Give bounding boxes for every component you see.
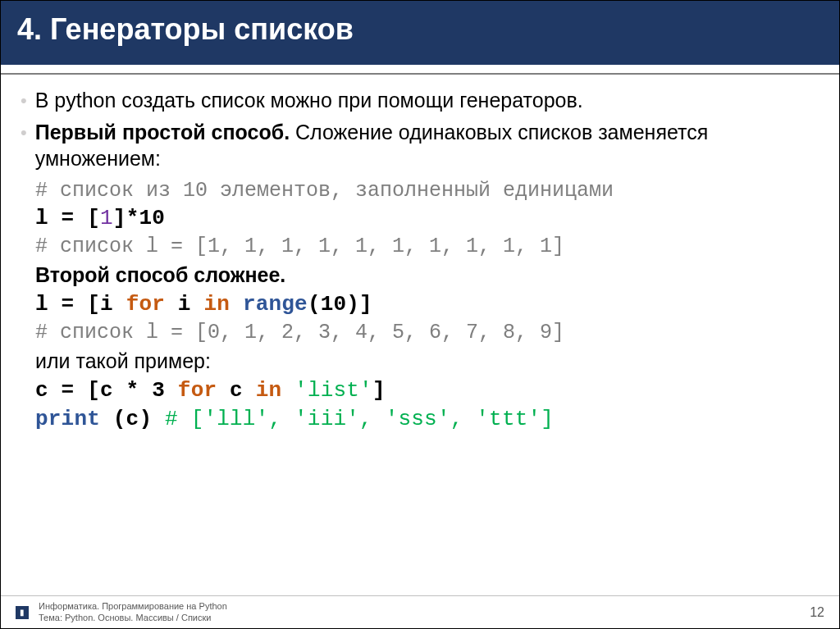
code-comment-3: # список l = [0, 1, 2, 3, 4, 5, 6, 7, 8,… — [35, 320, 819, 345]
string-literal: 'list' — [294, 378, 372, 403]
bullet-2-text: Первый простой способ. Сложение одинаков… — [35, 120, 819, 171]
or-example-text: или такой пример: — [35, 349, 819, 374]
code-frag — [230, 292, 243, 317]
bullet-icon: • — [21, 89, 27, 112]
code-frag: (c) — [100, 407, 165, 431]
keyword-in: in — [203, 292, 230, 317]
footer-line-2: Тема: Python. Основы. Массивы / Списки — [39, 613, 227, 623]
slide: 4. Генераторы списков • В python создать… — [0, 0, 840, 629]
code-frag — [281, 378, 294, 403]
code-frag: l = [i — [35, 292, 126, 317]
bullet-1-text: В python создать список можно при помощи… — [35, 88, 583, 113]
footer-line-1: Информатика. Программирование на Python — [39, 601, 227, 612]
code-line-4: print (c) # ['lll', 'iii', 'sss', 'ttt'] — [35, 406, 819, 433]
keyword-for: for — [178, 378, 217, 403]
code-frag: ] — [372, 378, 386, 403]
bullet-1: • В python создать список можно при помо… — [21, 88, 819, 113]
slide-title: 4. Генераторы списков — [17, 12, 823, 47]
keyword-in: in — [256, 378, 282, 403]
keyword-for: for — [126, 292, 165, 317]
code-frag: c = [c * 3 — [35, 378, 178, 403]
code-frag: i — [165, 292, 203, 317]
code-frag: ]*10 — [113, 206, 165, 230]
code-line-3: c = [c * 3 for c in 'list'] — [35, 377, 819, 404]
output-comment: # ['lll', 'iii', 'sss', 'ttt'] — [165, 407, 554, 431]
footer-meta: Информатика. Программирование на Python … — [39, 601, 227, 622]
bullet-2: • Первый простой способ. Сложение одинак… — [21, 120, 819, 171]
title-bar: 4. Генераторы списков — [1, 1, 839, 65]
content: • В python создать список можно при помо… — [1, 75, 839, 432]
builtin-print: print — [35, 407, 100, 431]
footer: ▮ Информатика. Программирование на Pytho… — [1, 595, 839, 628]
second-way-heading: Второй способ сложнее. — [35, 262, 819, 288]
code-frag: l = [ — [35, 206, 100, 230]
bullet-icon: • — [21, 121, 27, 144]
code-frag: (10)] — [308, 292, 372, 317]
code-comment-1: # список из 10 элементов, заполненный ед… — [35, 178, 819, 203]
code-line-1: l = [1]*10 — [35, 205, 819, 232]
page-number: 12 — [810, 605, 824, 620]
footer-logo-icon: ▮ — [16, 606, 29, 619]
code-comment-2: # список l = [1, 1, 1, 1, 1, 1, 1, 1, 1,… — [35, 234, 819, 259]
code-line-2: l = [i for i in range(10)] — [35, 291, 819, 318]
bullet-2-bold: Первый простой способ. — [35, 121, 290, 144]
code-number: 1 — [100, 206, 113, 230]
builtin-range: range — [243, 292, 308, 317]
code-frag: c — [217, 378, 255, 403]
